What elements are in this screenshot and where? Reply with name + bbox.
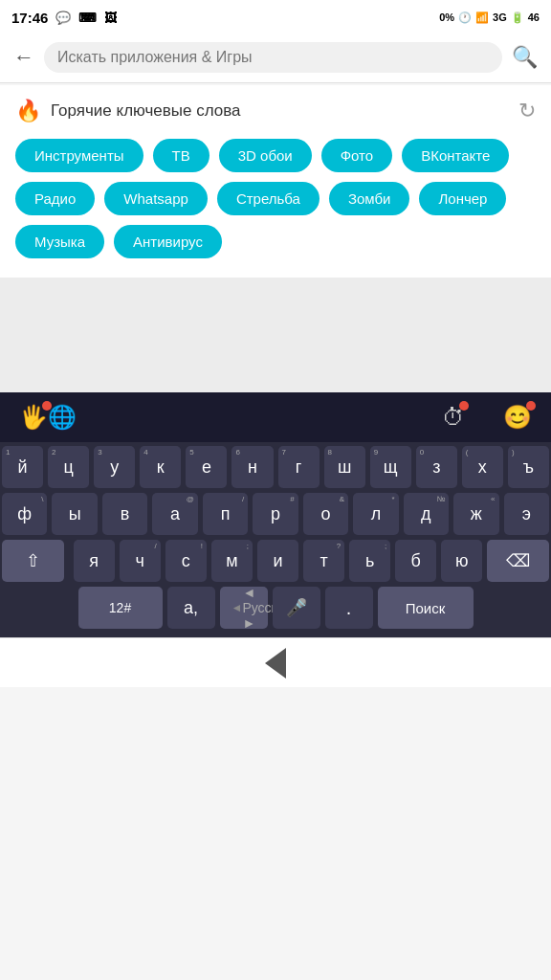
clock-icon: 🕐 xyxy=(458,11,472,24)
hot-title: Горячие ключевые слова xyxy=(51,101,241,121)
key-с[interactable]: с! xyxy=(165,540,207,582)
keyboard-bottom-row: 12# а, ◄ ◄ Русский ► ► 🎤 . Поиск xyxy=(2,587,549,629)
dot-key[interactable]: . xyxy=(325,587,373,629)
tag-item[interactable]: Инструменты xyxy=(15,139,143,172)
tags-container: ИнструментыТВ3D обоиФотоВКонтактеРадиоWh… xyxy=(15,139,536,258)
key-л[interactable]: л* xyxy=(353,493,398,535)
status-left: 17:46 💬 ⌨ 🖼 xyxy=(11,10,117,26)
key-п[interactable]: п/ xyxy=(203,493,248,535)
keyboard-row-3: ⇧ яч/с!м;ит?ь;бю⌫ xyxy=(2,540,549,582)
wifi-icon: 📶 xyxy=(475,11,489,24)
numbers-key[interactable]: 12# xyxy=(78,587,163,629)
tag-item[interactable]: ВКонтакте xyxy=(402,139,509,172)
key-ф[interactable]: ф\ xyxy=(2,493,47,535)
mic-key[interactable]: 🎤 xyxy=(273,587,320,629)
tag-item[interactable]: Фото xyxy=(321,139,392,172)
keyboard-rows: 1й2ц3у4к5е6н7г8ш9щ0з(х)ъ ф\ыва@п/р#о&л*д… xyxy=(0,442,551,637)
key-й[interactable]: 1й xyxy=(2,446,43,488)
shift-key[interactable]: ⇧ xyxy=(2,540,64,582)
keyboard-emoji-icon[interactable]: 😊 xyxy=(503,404,532,431)
keyboard-row-1: 1й2ц3у4к5е6н7г8ш9щ0з(х)ъ xyxy=(2,446,549,488)
tag-item[interactable]: Антивирус xyxy=(114,225,222,258)
tag-item[interactable]: Зомби xyxy=(329,182,410,215)
key-р[interactable]: р# xyxy=(253,493,298,535)
key-т[interactable]: т? xyxy=(303,540,344,582)
key-к[interactable]: 4к xyxy=(140,446,181,488)
message-icon: 💬 xyxy=(55,11,71,25)
tag-item[interactable]: Whatsapp xyxy=(104,182,208,215)
search-icon-button[interactable]: 🔍 xyxy=(512,45,538,70)
key-и[interactable]: и xyxy=(257,540,298,582)
hot-header: 🔥 Горячие ключевые слова ↻ xyxy=(15,99,536,123)
key-ш[interactable]: 8ш xyxy=(324,446,365,488)
key-н[interactable]: 6н xyxy=(231,446,273,488)
comma-key[interactable]: а, xyxy=(167,587,215,629)
key-г[interactable]: 7г xyxy=(278,446,320,488)
key-э[interactable]: э xyxy=(504,493,549,535)
keyboard-row-2: ф\ыва@п/р#о&л*д№ж«э xyxy=(2,493,549,535)
key-ъ[interactable]: )ъ xyxy=(508,446,549,488)
key-б[interactable]: б xyxy=(395,540,436,582)
network-icon: 3G xyxy=(493,11,507,23)
key-х[interactable]: (х xyxy=(462,446,503,488)
keyboard-icon: ⌨ xyxy=(78,11,97,25)
hot-section: 🔥 Горячие ключевые слова ↻ ИнструментыТВ… xyxy=(0,85,551,278)
status-time: 17:46 xyxy=(11,10,48,26)
search-key[interactable]: Поиск xyxy=(378,587,474,629)
key-ь[interactable]: ь; xyxy=(349,540,390,582)
search-bar: ← 🔍 xyxy=(0,34,551,83)
keyboard-timer-icon[interactable]: ⏱ xyxy=(442,404,465,431)
battery-level: 46 xyxy=(528,11,540,23)
key-е[interactable]: 5е xyxy=(186,446,227,488)
status-right: 0% 🕐 📶 3G 🔋 46 xyxy=(439,11,540,24)
back-nav-button[interactable] xyxy=(265,648,286,679)
search-input[interactable] xyxy=(57,49,489,66)
backspace-key[interactable]: ⌫ xyxy=(487,540,549,582)
key-ы[interactable]: ы xyxy=(52,493,97,535)
tag-item[interactable]: Радио xyxy=(15,182,95,215)
battery-icon: 🔋 xyxy=(511,11,524,24)
key-ч[interactable]: ч/ xyxy=(120,540,161,582)
refresh-icon[interactable]: ↻ xyxy=(518,99,536,123)
bottom-nav xyxy=(0,637,551,687)
tag-item[interactable]: Музыка xyxy=(15,225,104,258)
key-ц[interactable]: 2ц xyxy=(48,446,89,488)
keyboard-globe-icon[interactable]: 🌐 xyxy=(48,404,77,431)
chevron-left-icon: ◄ xyxy=(231,601,243,614)
key-в[interactable]: в xyxy=(102,493,147,535)
hot-title-group: 🔥 Горячие ключевые слова xyxy=(15,99,241,123)
fire-icon: 🔥 xyxy=(15,99,41,123)
key-щ[interactable]: 9щ xyxy=(370,446,411,488)
key-д[interactable]: д№ xyxy=(404,493,449,535)
tag-item[interactable]: Лончер xyxy=(419,182,506,215)
key-ж[interactable]: ж« xyxy=(453,493,498,535)
status-bar: 17:46 💬 ⌨ 🖼 0% 🕐 📶 3G 🔋 46 xyxy=(0,0,551,34)
search-input-wrapper[interactable] xyxy=(44,42,502,73)
keyboard-hand-icon[interactable]: 🖐 xyxy=(19,404,48,431)
key-м[interactable]: м; xyxy=(211,540,253,582)
image-icon: 🖼 xyxy=(104,11,117,25)
signal-percent: 0% xyxy=(439,11,454,23)
tag-item[interactable]: Стрельба xyxy=(217,182,320,215)
key-з[interactable]: 0з xyxy=(416,446,457,488)
keyboard: 🖐 🌐 ⏱ 😊 1й2ц3у4к5е6н7г8ш9щ0з(х)ъ ф\ыва@п… xyxy=(0,392,551,637)
key-я[interactable]: я xyxy=(74,540,115,582)
key-а[interactable]: а@ xyxy=(152,493,197,535)
tag-item[interactable]: ТВ xyxy=(153,139,209,172)
space-key[interactable]: ◄ ◄ Русский ► ► xyxy=(220,587,268,629)
tag-item[interactable]: 3D обои xyxy=(219,139,312,172)
empty-area xyxy=(0,278,551,392)
key-у[interactable]: 3у xyxy=(94,446,135,488)
keyboard-top-bar: 🖐 🌐 ⏱ 😊 xyxy=(0,392,551,442)
key-ю[interactable]: ю xyxy=(441,540,482,582)
key-о[interactable]: о& xyxy=(303,493,348,535)
back-button[interactable]: ← xyxy=(13,45,34,70)
